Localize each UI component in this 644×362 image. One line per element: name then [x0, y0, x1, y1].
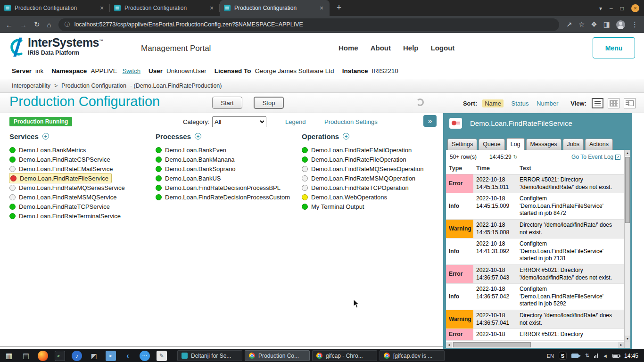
operation-item[interactable]: Demo.Loan.WebOperations: [302, 192, 443, 202]
nav-link[interactable]: Help: [403, 44, 419, 52]
network-signal-icon[interactable]: [594, 354, 598, 358]
horizontal-scrollbar[interactable]: ◂ ▸: [446, 342, 624, 348]
maximize-button[interactable]: □: [620, 5, 624, 12]
process-item[interactable]: Demo.Loan.FindRateDecisionProcessBPL: [156, 183, 292, 192]
volume-icon[interactable]: ◄: [603, 353, 608, 359]
switch-namespace-link[interactable]: Switch: [123, 67, 140, 74]
process-item[interactable]: Demo.Loan.BankManana: [156, 155, 292, 164]
breadcrumb-current-link[interactable]: Production Configuration: [61, 82, 126, 89]
detail-tab[interactable]: Queue: [479, 139, 505, 150]
browser-tab[interactable]: Production Configuration ×: [0, 0, 110, 16]
taskbar-window-button[interactable]: [gifcap.dev is ...: [380, 350, 445, 361]
stop-button[interactable]: Stop: [254, 97, 284, 109]
process-item[interactable]: Demo.Loan.FindRateDecisionProcessCustom: [156, 192, 292, 202]
operation-item[interactable]: Demo.Loan.FindRateMQSeriesOperation: [302, 164, 443, 173]
production-settings-link[interactable]: Production Settings: [324, 118, 378, 125]
taskbar-window-button[interactable]: gifcap - Chro...: [312, 350, 377, 361]
operation-item[interactable]: Demo.Loan.FindRateTCPOperation: [302, 183, 443, 192]
vertical-scrollbar-thumb[interactable]: [625, 157, 630, 223]
process-item[interactable]: Demo.Loan.BankSoprano: [156, 164, 292, 173]
scroll-up-icon[interactable]: ▴: [625, 150, 630, 156]
forward-icon[interactable]: →: [20, 21, 27, 29]
go-to-event-log-link[interactable]: Go To Event Log ↗: [571, 154, 620, 160]
vertical-scrollbar[interactable]: ▴ ▾: [624, 150, 630, 342]
view-list-button[interactable]: [592, 98, 603, 108]
taskbar-app-icon[interactable]: ▦: [4, 351, 14, 361]
window-close-button[interactable]: ×: [631, 4, 639, 12]
taskbar-app-icon[interactable]: ◩: [89, 351, 99, 361]
updates-tray-icon[interactable]: ⇅: [585, 353, 589, 359]
taskbar-app-icon[interactable]: ▤: [21, 351, 31, 361]
operation-item[interactable]: Demo.Loan.FindRateMSMQOperation: [302, 173, 443, 183]
share-icon[interactable]: ↗: [566, 20, 572, 29]
scroll-down-icon[interactable]: ▾: [625, 336, 630, 342]
taskbar-app-icon[interactable]: ♪: [72, 351, 82, 361]
service-item[interactable]: Demo.Loan.BankMetrics: [9, 145, 146, 155]
scroll-left-icon[interactable]: ◂: [446, 342, 452, 348]
detail-tab[interactable]: Log: [506, 138, 525, 150]
breadcrumb-home-link[interactable]: Interoperability: [12, 82, 50, 89]
menu-button[interactable]: Menu: [593, 37, 635, 58]
service-item[interactable]: Demo.Loan.FindRateFileService: [9, 173, 111, 183]
taskbar-app-icon[interactable]: ⋯: [140, 351, 150, 361]
taskbar-app-icon[interactable]: ‹: [123, 351, 133, 361]
view-split-button[interactable]: [624, 98, 636, 108]
site-info-icon[interactable]: ⓘ: [65, 21, 70, 29]
taskbar-app-icon[interactable]: >_: [55, 351, 65, 361]
tab-close-icon[interactable]: ×: [318, 4, 325, 12]
nav-link[interactable]: Logout: [431, 44, 455, 52]
sidebar-icon[interactable]: ◨: [603, 20, 610, 29]
nav-link[interactable]: Home: [339, 44, 358, 52]
tab-close-icon[interactable]: ×: [98, 4, 106, 12]
extensions-icon[interactable]: ❖: [591, 20, 597, 29]
camera-tray-icon[interactable]: [571, 354, 578, 358]
detail-tab[interactable]: Settings: [447, 139, 477, 150]
service-item[interactable]: Demo.Loan.FindRateTerminalService: [9, 211, 146, 221]
service-item[interactable]: Demo.Loan.FindRateCSPService: [9, 155, 146, 164]
browser-menu-icon[interactable]: ⋮: [631, 20, 638, 29]
reload-icon[interactable]: ↻: [34, 20, 40, 29]
minimize-button[interactable]: –: [610, 5, 613, 12]
slack-tray-icon[interactable]: S: [559, 352, 567, 360]
new-tab-button[interactable]: +: [334, 3, 344, 13]
detail-tab[interactable]: Actions: [585, 139, 613, 150]
taskbar-app-icon[interactable]: [38, 351, 48, 361]
bookmark-star-icon[interactable]: ☆: [578, 20, 585, 29]
back-icon[interactable]: ←: [6, 21, 13, 29]
service-item[interactable]: Demo.Loan.FindRateEMailService: [9, 164, 146, 173]
nav-link[interactable]: About: [371, 44, 391, 52]
process-item[interactable]: Demo.Loan.BankEven: [156, 145, 292, 155]
add-operation-icon[interactable]: +: [343, 133, 349, 140]
operation-item[interactable]: Demo.Loan.FindRateEMailOperation: [302, 145, 443, 155]
tab-close-icon[interactable]: ×: [208, 4, 215, 12]
sort-option[interactable]: Name: [482, 99, 504, 107]
browser-tab[interactable]: Production Configuration ×: [220, 0, 330, 16]
horizontal-scrollbar-thumb[interactable]: [453, 342, 531, 347]
sort-option[interactable]: Status: [512, 100, 529, 107]
operation-item[interactable]: My Terminal Output: [302, 202, 443, 211]
category-select[interactable]: All: [212, 116, 266, 127]
operation-item[interactable]: Demo.Loan.FindRateFileOperation: [302, 155, 443, 164]
taskbar-app-icon[interactable]: ▸: [106, 351, 116, 361]
service-item[interactable]: Demo.Loan.FindRateMSMQService: [9, 192, 146, 202]
service-item[interactable]: Demo.Loan.FindRateTCPService: [9, 202, 146, 211]
detail-tab[interactable]: Jobs: [563, 139, 584, 150]
view-grid-button[interactable]: [608, 98, 619, 108]
taskbar-window-button[interactable]: Production Co...: [245, 350, 310, 361]
start-button[interactable]: Start: [212, 97, 242, 109]
battery-icon[interactable]: [612, 354, 619, 358]
taskbar-window-button[interactable]: Deltanji for Se...: [177, 350, 242, 361]
sort-option[interactable]: Number: [537, 100, 558, 107]
home-icon[interactable]: ⌂: [47, 21, 51, 29]
browser-tab[interactable]: Production Configuration ×: [110, 0, 220, 16]
taskbar-app-icon[interactable]: ✎: [157, 351, 167, 361]
expand-panel-button[interactable]: »: [423, 115, 437, 127]
add-service-icon[interactable]: +: [42, 133, 49, 140]
add-process-icon[interactable]: +: [195, 133, 201, 140]
profile-avatar[interactable]: [616, 20, 625, 29]
tab-search-chevron-icon[interactable]: ▾: [599, 5, 602, 12]
process-item[interactable]: Demo.Loan.BankUS: [156, 173, 292, 183]
service-item[interactable]: Demo.Loan.FindRateMQSeriesService: [9, 183, 146, 192]
keyboard-layout-indicator[interactable]: EN: [547, 353, 554, 359]
clock[interactable]: 14:45: [624, 353, 638, 359]
